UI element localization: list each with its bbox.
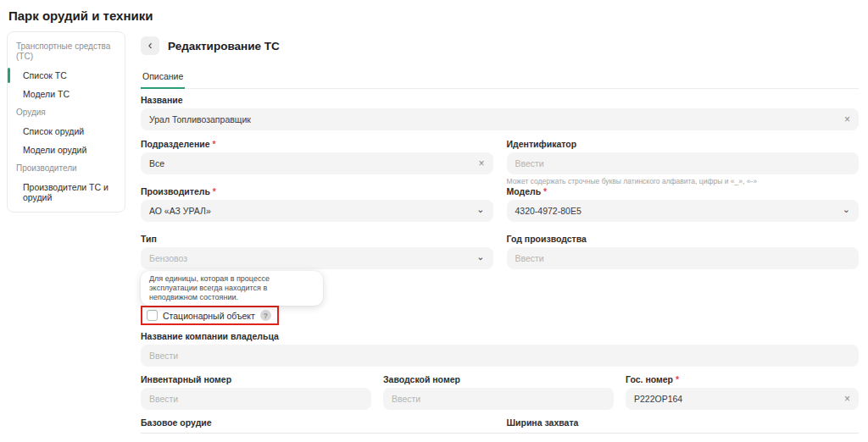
division-label: Подразделение *: [141, 139, 493, 149]
working-width-label: Ширина захвата: [507, 417, 860, 428]
question-icon[interactable]: ?: [260, 310, 271, 321]
annotation-highlight: Стационарный объект ?: [141, 306, 279, 325]
label-text: Модель: [507, 186, 542, 196]
sidebar-item-vehicle-models[interactable]: Модели ТС: [8, 85, 125, 103]
clear-icon[interactable]: ×: [844, 394, 850, 404]
model-label: Модель *: [507, 186, 860, 196]
manufacturer-label: Производитель *: [141, 186, 493, 196]
chevron-down-icon: ⌄: [476, 207, 484, 213]
tab-description[interactable]: Описание: [141, 71, 185, 89]
stationary-checkbox[interactable]: [147, 310, 158, 321]
factory-number-input[interactable]: [383, 388, 614, 410]
name-input[interactable]: ×: [141, 108, 859, 130]
sidebar-item-label: Модели ТС: [23, 89, 70, 99]
year-field[interactable]: [515, 253, 851, 263]
owner-company-field[interactable]: [149, 351, 850, 361]
manufacturer-value: АО «АЗ УРАЛ»: [149, 206, 476, 216]
factory-number-label: Заводской номер: [383, 374, 614, 384]
gov-number-input[interactable]: ×: [626, 388, 859, 410]
stationary-label: Стационарный объект: [163, 311, 255, 321]
clear-icon[interactable]: ×: [844, 114, 850, 124]
inventory-number-label: Инвентарный номер: [141, 374, 371, 384]
name-label: Название: [141, 95, 859, 105]
inventory-number-input[interactable]: [141, 388, 371, 410]
app-page: Парк орудий и техники Транспортные средс…: [0, 0, 868, 442]
required-asterisk: *: [676, 374, 679, 384]
active-indicator-bar: [8, 68, 10, 83]
sidebar-item-label: Список орудий: [23, 126, 84, 136]
back-icon: ‹: [148, 39, 153, 51]
gov-number-field[interactable]: [634, 394, 844, 404]
factory-number-field[interactable]: [392, 394, 605, 404]
editor-title: Редактирование ТС: [168, 40, 280, 52]
sidebar-item-implement-list[interactable]: Список орудий: [8, 122, 125, 141]
model-value: 4320-4972-80E5: [515, 206, 843, 216]
sidebar-item-implement-models[interactable]: Модели орудий: [8, 141, 125, 159]
base-implement-label: Базовое орудие: [141, 417, 493, 428]
sidebar-item-label: Модели орудий: [23, 145, 86, 155]
stationary-tooltip: Для единицы, которая в процессе эксплуат…: [141, 271, 323, 306]
editor-panel: ‹ Редактирование ТС Описание Название × …: [141, 31, 859, 442]
year-input[interactable]: [507, 247, 860, 269]
gov-number-label: Гос. номер *: [626, 374, 859, 384]
chevron-down-icon: ⌄: [843, 207, 850, 213]
label-text: Гос. номер: [626, 374, 673, 384]
page-title: Парк орудий и техники: [7, 7, 861, 31]
back-button[interactable]: ‹: [141, 36, 159, 55]
chevron-down-icon: ⌄: [476, 254, 484, 260]
inventory-number-field[interactable]: [149, 394, 363, 404]
sidebar-section-manufacturers: Производители: [8, 159, 125, 178]
clear-icon[interactable]: ×: [478, 158, 484, 169]
required-asterisk: *: [213, 186, 216, 196]
required-asterisk: *: [543, 186, 547, 196]
sidebar-section-implements: Орудия: [8, 103, 125, 122]
sidebar-item-manufacturers[interactable]: Производители ТС и орудий: [8, 178, 125, 207]
sidebar-item-label: Производители ТС и орудий: [23, 182, 108, 202]
division-field[interactable]: [149, 158, 478, 169]
identifier-hint: Может содержать строчные буквы латинског…: [507, 177, 860, 185]
identifier-input[interactable]: [507, 152, 860, 174]
identifier-field[interactable]: [515, 158, 851, 169]
sidebar-section-vehicles: Транспортные средства (ТС): [8, 37, 125, 66]
year-label: Год производства: [507, 234, 860, 244]
sidebar: Транспортные средства (ТС) Список ТС Мод…: [7, 31, 125, 213]
model-select[interactable]: 4320-4972-80E5 ⌄: [507, 200, 860, 222]
name-field[interactable]: [149, 114, 844, 124]
required-asterisk: *: [213, 139, 216, 149]
sidebar-item-vehicle-list[interactable]: Список ТС: [8, 66, 125, 85]
division-input[interactable]: ×: [141, 152, 493, 174]
type-label: Тип: [141, 234, 493, 244]
owner-company-input[interactable]: [141, 345, 859, 367]
sidebar-item-label: Список ТС: [23, 70, 67, 80]
label-text: Подразделение: [141, 139, 210, 149]
owner-company-label: Название компании владельца: [141, 331, 859, 341]
divider: [141, 433, 859, 434]
manufacturer-select[interactable]: АО «АЗ УРАЛ» ⌄: [141, 200, 493, 222]
tab-bar: Описание: [141, 68, 859, 89]
identifier-label: Идентификатор: [507, 139, 860, 149]
type-value: Бензовоз: [149, 253, 476, 263]
type-select[interactable]: Бензовоз ⌄: [141, 247, 493, 269]
label-text: Производитель: [141, 186, 210, 196]
